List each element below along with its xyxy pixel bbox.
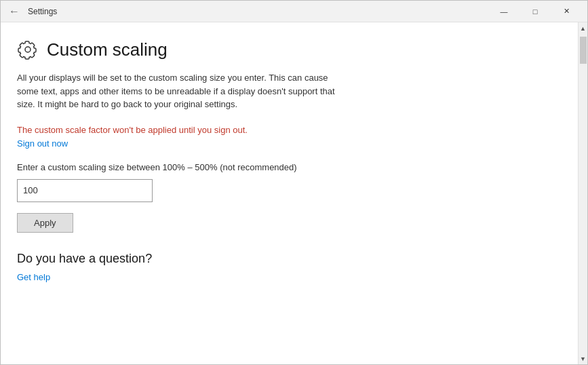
- window-title: Settings: [28, 7, 57, 16]
- sign-out-link[interactable]: Sign out now: [17, 138, 68, 149]
- scrollbar: ▲ ▼: [578, 22, 587, 364]
- warning-text: The custom scale factor won't be applied…: [17, 125, 562, 135]
- scroll-down-button[interactable]: ▼: [579, 353, 588, 364]
- back-button[interactable]: ←: [6, 3, 22, 20]
- page-header: Custom scaling: [17, 39, 562, 60]
- gear-icon: [17, 39, 39, 60]
- apply-button[interactable]: Apply: [17, 213, 73, 233]
- scroll-up-button[interactable]: ▲: [579, 22, 588, 34]
- question-heading: Do you have a question?: [17, 252, 562, 266]
- page-title: Custom scaling: [47, 39, 168, 60]
- settings-window: ← Settings — □ ✕ Custom scaling All your…: [0, 0, 588, 365]
- close-button[interactable]: ✕: [551, 1, 582, 22]
- title-bar-left: ← Settings: [6, 3, 57, 20]
- scrollbar-track[interactable]: [579, 34, 588, 353]
- get-help-link[interactable]: Get help: [17, 272, 50, 282]
- content-area: Custom scaling All your displays will be…: [1, 22, 587, 364]
- window-controls: — □ ✕: [488, 1, 582, 22]
- main-content: Custom scaling All your displays will be…: [1, 22, 578, 364]
- scaling-input-label: Enter a custom scaling size between 100%…: [17, 162, 562, 172]
- title-bar: ← Settings — □ ✕: [1, 1, 587, 22]
- maximize-button[interactable]: □: [520, 1, 551, 22]
- scrollbar-thumb[interactable]: [580, 37, 587, 64]
- minimize-button[interactable]: —: [488, 1, 520, 22]
- page-description: All your displays will be set to the cus…: [17, 71, 342, 111]
- scaling-input[interactable]: [17, 179, 153, 202]
